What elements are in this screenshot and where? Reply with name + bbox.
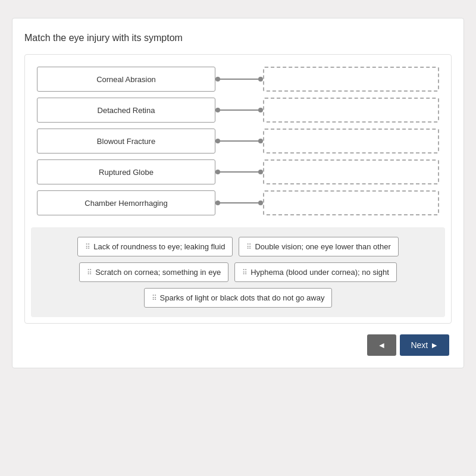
connector-column	[215, 67, 263, 215]
drag-icon-3: ⠿	[87, 268, 92, 277]
navigation-row: ◄ Next ►	[24, 334, 452, 356]
chip-label-1: Lack of roundness to eye; leaking fluid	[93, 242, 225, 251]
quiz-card: Match the eye injury with its symptom Co…	[12, 18, 464, 368]
matching-wrapper: Corneal Abrasion Detached Retina Blowout…	[24, 54, 452, 324]
drop-zone-5[interactable]	[263, 190, 439, 215]
chip-sparks-of-light[interactable]: ⠿ Sparks of light or black dots that do …	[144, 288, 333, 308]
connector-1	[215, 67, 263, 92]
drop-zone-1[interactable]	[263, 67, 439, 92]
svg-point-8	[258, 139, 263, 143]
left-item-blowout-fracture[interactable]: Blowout Fracture	[37, 129, 215, 154]
drag-icon-4: ⠿	[242, 268, 247, 277]
chip-lack-of-roundness[interactable]: ⠿ Lack of roundness to eye; leaking flui…	[77, 237, 233, 256]
left-item-chamber-hemorrhaging[interactable]: Chamber Hemorrhaging	[37, 190, 215, 215]
drag-icon-1: ⠿	[85, 243, 90, 251]
next-button[interactable]: Next ►	[400, 334, 449, 356]
chip-label-4: Hyphema (blood under cornea); no sight	[250, 268, 389, 277]
right-column	[263, 67, 439, 215]
chip-hyphema[interactable]: ⠿ Hyphema (blood under cornea); no sight	[234, 262, 397, 282]
chip-scratch-on-cornea[interactable]: ⠿ Scratch on cornea; something in eye	[79, 262, 228, 282]
svg-point-2	[258, 77, 263, 82]
left-item-corneal-abrasion[interactable]: Corneal Abrasion	[37, 67, 215, 92]
left-column: Corneal Abrasion Detached Retina Blowout…	[37, 67, 215, 215]
prev-button[interactable]: ◄	[367, 334, 397, 356]
matching-area: Corneal Abrasion Detached Retina Blowout…	[31, 61, 445, 221]
chip-double-vision[interactable]: ⠿ Double vision; one eye lower than othe…	[239, 237, 398, 256]
drag-icon-2: ⠿	[246, 243, 251, 251]
svg-point-5	[258, 108, 263, 112]
connector-3	[215, 129, 263, 154]
svg-point-11	[258, 170, 263, 174]
drag-icon-5: ⠿	[152, 294, 156, 302]
connector-2	[215, 98, 263, 123]
connector-5	[215, 190, 263, 215]
drop-zone-3[interactable]	[263, 129, 439, 154]
connector-4	[215, 159, 263, 184]
quiz-title: Match the eye injury with its symptom	[24, 33, 452, 43]
chip-label-3: Scratch on cornea; something in eye	[95, 268, 221, 277]
left-item-detached-retina[interactable]: Detached Retina	[37, 98, 215, 123]
chip-label-2: Double vision; one eye lower than other	[255, 242, 390, 251]
drop-zone-4[interactable]	[263, 159, 439, 184]
left-item-ruptured-globe[interactable]: Ruptured Globe	[37, 159, 215, 184]
answer-bank: ⠿ Lack of roundness to eye; leaking flui…	[31, 227, 445, 317]
svg-point-14	[258, 201, 263, 205]
chip-label-5: Sparks of light or black dots that do no…	[160, 293, 325, 302]
drop-zone-2[interactable]	[263, 98, 439, 123]
